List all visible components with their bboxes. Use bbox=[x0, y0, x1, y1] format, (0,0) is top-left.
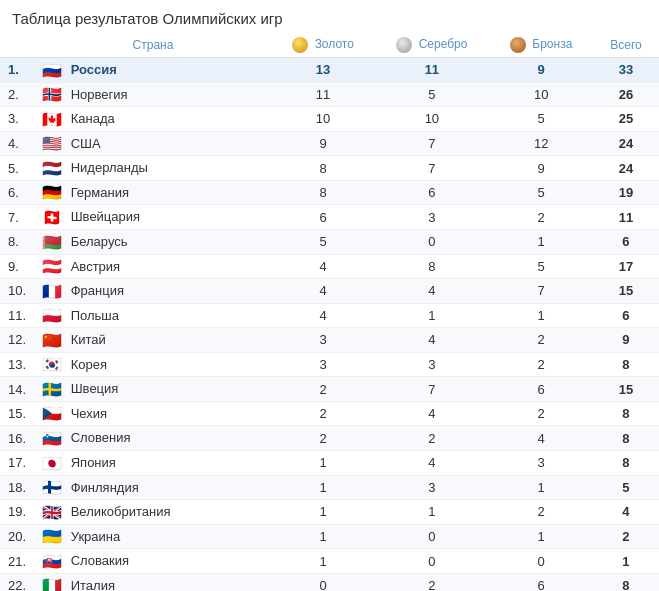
rank-cell: 20. bbox=[0, 524, 34, 549]
total-cell: 24 bbox=[593, 156, 659, 181]
country-name: Беларусь bbox=[71, 234, 128, 249]
gold-cell: 1 bbox=[272, 524, 374, 549]
silver-cell: 8 bbox=[374, 254, 489, 279]
rank-cell: 16. bbox=[0, 426, 34, 451]
bronze-cell: 3 bbox=[489, 451, 593, 476]
rank-cell: 4. bbox=[0, 131, 34, 156]
table-row: 8. 🇧🇾 Беларусь 5 0 1 6 bbox=[0, 229, 659, 254]
country-cell: 🇨🇭 Швейцария bbox=[34, 205, 272, 230]
silver-medal-icon bbox=[396, 37, 412, 53]
rank-cell: 7. bbox=[0, 205, 34, 230]
total-cell: 33 bbox=[593, 58, 659, 83]
gold-cell: 9 bbox=[272, 131, 374, 156]
total-cell: 17 bbox=[593, 254, 659, 279]
silver-cell: 1 bbox=[374, 303, 489, 328]
table-row: 12. 🇨🇳 Китай 3 4 2 9 bbox=[0, 328, 659, 353]
medals-table: Страна Золото Серебро Бронза Всего 1. 🇷🇺… bbox=[0, 33, 659, 591]
rank-cell: 9. bbox=[0, 254, 34, 279]
rank-cell: 12. bbox=[0, 328, 34, 353]
flag-icon: 🇷🇺 bbox=[42, 64, 62, 78]
silver-cell: 4 bbox=[374, 328, 489, 353]
gold-cell: 1 bbox=[272, 500, 374, 525]
country-cell: 🇨🇳 Китай bbox=[34, 328, 272, 353]
gold-cell: 2 bbox=[272, 401, 374, 426]
country-cell: 🇺🇦 Украина bbox=[34, 524, 272, 549]
total-cell: 19 bbox=[593, 180, 659, 205]
bronze-cell: 2 bbox=[489, 328, 593, 353]
country-cell: 🇧🇾 Беларусь bbox=[34, 229, 272, 254]
silver-cell: 3 bbox=[374, 475, 489, 500]
rank-cell: 3. bbox=[0, 107, 34, 132]
gold-cell: 5 bbox=[272, 229, 374, 254]
country-cell: 🇵🇱 Польша bbox=[34, 303, 272, 328]
table-row: 14. 🇸🇪 Швеция 2 7 6 15 bbox=[0, 377, 659, 402]
silver-cell: 5 bbox=[374, 82, 489, 107]
country-cell: 🇸🇮 Словения bbox=[34, 426, 272, 451]
gold-cell: 1 bbox=[272, 475, 374, 500]
bronze-cell: 6 bbox=[489, 377, 593, 402]
gold-cell: 6 bbox=[272, 205, 374, 230]
table-row: 7. 🇨🇭 Швейцария 6 3 2 11 bbox=[0, 205, 659, 230]
bronze-cell: 1 bbox=[489, 303, 593, 328]
silver-cell: 0 bbox=[374, 549, 489, 574]
total-cell: 1 bbox=[593, 549, 659, 574]
gold-cell: 3 bbox=[272, 352, 374, 377]
table-row: 20. 🇺🇦 Украина 1 0 1 2 bbox=[0, 524, 659, 549]
flag-icon: 🇯🇵 bbox=[42, 457, 62, 471]
gold-cell: 2 bbox=[272, 377, 374, 402]
rank-cell: 13. bbox=[0, 352, 34, 377]
country-cell: 🇮🇹 Италия bbox=[34, 573, 272, 591]
flag-icon: 🇫🇮 bbox=[42, 481, 62, 495]
bronze-cell: 0 bbox=[489, 549, 593, 574]
gold-cell: 4 bbox=[272, 254, 374, 279]
bronze-cell: 1 bbox=[489, 229, 593, 254]
country-name: Словения bbox=[71, 430, 131, 445]
table-row: 1. 🇷🇺 Россия 13 11 9 33 bbox=[0, 58, 659, 83]
page-title: Таблица результатов Олимпийских игр bbox=[0, 0, 659, 33]
table-row: 13. 🇰🇷 Корея 3 3 2 8 bbox=[0, 352, 659, 377]
total-cell: 11 bbox=[593, 205, 659, 230]
bronze-cell: 4 bbox=[489, 426, 593, 451]
silver-cell: 7 bbox=[374, 156, 489, 181]
rank-cell: 21. bbox=[0, 549, 34, 574]
gold-cell: 10 bbox=[272, 107, 374, 132]
table-row: 5. 🇳🇱 Нидерланды 8 7 9 24 bbox=[0, 156, 659, 181]
country-name: Япония bbox=[71, 455, 116, 470]
country-name: Норвегия bbox=[71, 87, 128, 102]
country-name: Швейцария bbox=[71, 209, 140, 224]
bronze-cell: 2 bbox=[489, 205, 593, 230]
country-name: Италия bbox=[71, 578, 115, 591]
silver-cell: 3 bbox=[374, 205, 489, 230]
silver-cell: 3 bbox=[374, 352, 489, 377]
table-row: 11. 🇵🇱 Польша 4 1 1 6 bbox=[0, 303, 659, 328]
country-name: Финляндия bbox=[71, 480, 139, 495]
flag-icon: 🇫🇷 bbox=[42, 285, 62, 299]
bronze-cell: 12 bbox=[489, 131, 593, 156]
gold-cell: 0 bbox=[272, 573, 374, 591]
country-cell: 🇦🇹 Австрия bbox=[34, 254, 272, 279]
country-cell: 🇷🇺 Россия bbox=[34, 58, 272, 83]
country-cell: 🇫🇷 Франция bbox=[34, 279, 272, 304]
flag-icon: 🇮🇹 bbox=[42, 579, 62, 591]
flag-icon: 🇨🇭 bbox=[42, 211, 62, 225]
country-name: Словакия bbox=[71, 553, 129, 568]
rank-cell: 22. bbox=[0, 573, 34, 591]
gold-cell: 1 bbox=[272, 451, 374, 476]
country-name: Россия bbox=[71, 62, 117, 77]
table-row: 16. 🇸🇮 Словения 2 2 4 8 bbox=[0, 426, 659, 451]
silver-cell: 2 bbox=[374, 573, 489, 591]
table-row: 18. 🇫🇮 Финляндия 1 3 1 5 bbox=[0, 475, 659, 500]
rank-cell: 11. bbox=[0, 303, 34, 328]
flag-icon: 🇧🇾 bbox=[42, 236, 62, 250]
bronze-cell: 9 bbox=[489, 58, 593, 83]
silver-cell: 10 bbox=[374, 107, 489, 132]
silver-cell: 0 bbox=[374, 229, 489, 254]
bronze-cell: 5 bbox=[489, 254, 593, 279]
country-cell: 🇺🇸 США bbox=[34, 131, 272, 156]
total-cell: 2 bbox=[593, 524, 659, 549]
total-cell: 15 bbox=[593, 279, 659, 304]
table-row: 10. 🇫🇷 Франция 4 4 7 15 bbox=[0, 279, 659, 304]
flag-icon: 🇸🇪 bbox=[42, 383, 62, 397]
silver-cell: 0 bbox=[374, 524, 489, 549]
gold-cell: 11 bbox=[272, 82, 374, 107]
